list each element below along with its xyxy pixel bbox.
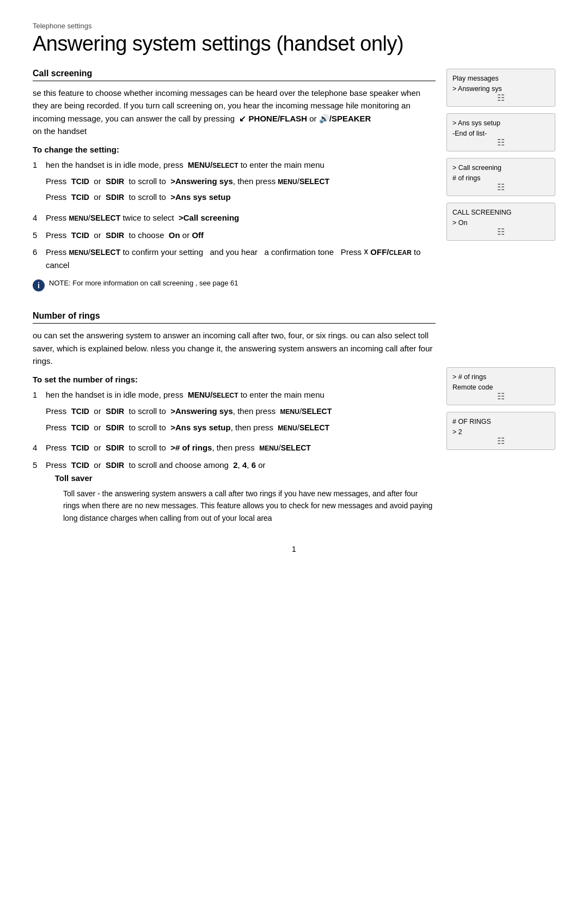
number-of-rings-section: Number of rings ou can set the answering… xyxy=(33,311,436,524)
page-number: 1 xyxy=(33,545,555,553)
menu-icon: ☷ xyxy=(497,391,505,401)
sidebar-spacer xyxy=(446,247,555,367)
call-screening-steps: 1 hen the handset is in idle mode, press… xyxy=(33,159,436,271)
call-screening-body: se this feature to choose whether incomi… xyxy=(33,87,436,137)
step-item: 5 Press TCID or SDIR to choose On or Off xyxy=(33,229,436,242)
sidebar-screen-5: > # of rings Remote code ☷ xyxy=(446,367,555,405)
speaker-label: 🔊/SPEAKER xyxy=(319,114,371,123)
sidebar-screen-1: Play messages > Answering sys ☷ xyxy=(446,69,555,107)
menu-icon: ☷ xyxy=(497,93,505,103)
sidebar-screen-3: > Call screening # of rings ☷ xyxy=(446,158,555,196)
call-screening-heading: Call screening xyxy=(33,69,436,81)
menu-icon: ☷ xyxy=(497,137,505,148)
change-setting-heading: To change the setting: xyxy=(33,145,436,154)
breadcrumb: Telephone settings xyxy=(33,22,555,30)
note-text: NOTE: For more information on call scree… xyxy=(49,279,238,287)
menu-icon: ☷ xyxy=(497,227,505,237)
step-item: 4 Press TCID or SDIR to scroll to ># of … xyxy=(33,441,436,454)
sidebar-screen-4: CALL SCREENING > On ☷ xyxy=(446,203,555,241)
step-item: 6 Press MENU/SELECT to confirm your sett… xyxy=(33,246,436,271)
step-item: 1 hen the handset is in idle mode, press… xyxy=(33,159,436,207)
content-column: Call screening se this feature to choose… xyxy=(33,69,436,528)
set-rings-heading: To set the number of rings: xyxy=(33,375,436,384)
number-of-rings-body: ou can set the answering system to answe… xyxy=(33,329,436,367)
step-item: 5 Press TCID or SDIR to scroll and choos… xyxy=(33,459,436,524)
menu-icon: ☷ xyxy=(497,182,505,192)
sidebar-column: Play messages > Answering sys ☷ > Ans sy… xyxy=(446,69,555,528)
note-box: i NOTE: For more information on call scr… xyxy=(33,279,436,291)
step-item: 4 Press MENU/SELECT twice to select >Cal… xyxy=(33,211,436,224)
sidebar-screen-6: # OF RINGS > 2 ☷ xyxy=(446,412,555,450)
phone-flash-label: ↙ PHONE/FLASH xyxy=(239,114,307,123)
sidebar-screen-2: > Ans sys setup -End of list- ☷ xyxy=(446,113,555,151)
info-icon: i xyxy=(33,279,45,291)
number-of-rings-heading: Number of rings xyxy=(33,311,436,324)
toll-saver-desc: Toll saver - the answering system answer… xyxy=(63,488,436,524)
rings-steps: 1 hen the handset is in idle mode, press… xyxy=(33,388,436,524)
call-screening-section: Call screening se this feature to choose… xyxy=(33,69,436,291)
menu-icon: ☷ xyxy=(497,436,505,446)
step-item: 1 hen the handset is in idle mode, press… xyxy=(33,388,436,437)
page-title: Answering system settings (handset only) xyxy=(33,32,555,56)
